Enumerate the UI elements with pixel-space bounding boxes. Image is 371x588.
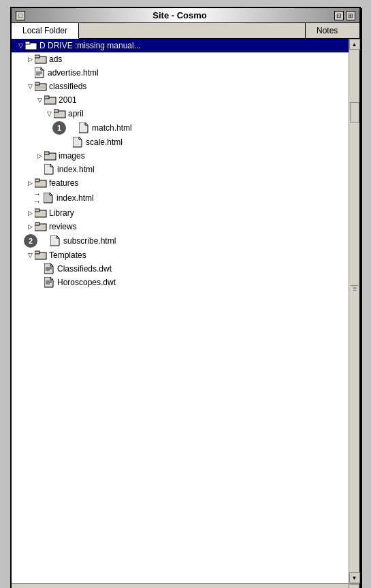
folder-open-icon — [35, 81, 47, 92]
folder-icon — [35, 178, 47, 189]
tree-row[interactable]: images — [12, 149, 349, 163]
scroll-down-button[interactable]: ▼ — [349, 572, 360, 583]
svg-rect-25 — [35, 209, 39, 212]
tree-row[interactable]: Horoscopes.dwt — [12, 276, 349, 289]
folder-icon — [25, 40, 37, 51]
item-label: Templates — [49, 250, 86, 260]
scroll-thumb[interactable] — [350, 102, 359, 122]
svg-rect-9 — [35, 82, 39, 85]
toggle-2001[interactable] — [35, 95, 44, 105]
svg-marker-28 — [50, 235, 59, 246]
item-label: Library — [49, 208, 74, 218]
scroll-up-bottom-button[interactable]: ▲ — [349, 584, 359, 588]
folder-icon — [44, 150, 57, 161]
file-template-icon — [43, 263, 55, 274]
tree-row[interactable]: advertise.html — [12, 66, 349, 80]
svg-marker-4 — [35, 67, 44, 78]
svg-rect-22 — [35, 179, 39, 182]
title-bar: □ Site - Cosmo ⊟ ⊞ — [12, 8, 359, 23]
item-label: advertise.html — [48, 68, 99, 78]
tree-row[interactable]: reviews — [12, 220, 349, 233]
folder-open-icon — [54, 108, 66, 119]
svg-rect-1 — [25, 42, 30, 44]
scroll-grip: ≡ — [353, 285, 357, 293]
tree-row[interactable]: 2 subscribe.html — [12, 233, 349, 248]
toggle-templates[interactable] — [25, 250, 35, 260]
file-icon — [43, 164, 55, 175]
item-label: reviews — [49, 222, 77, 231]
toggle-ads[interactable] — [25, 54, 35, 64]
file-template-icon — [43, 277, 55, 288]
svg-rect-30 — [35, 251, 39, 254]
svg-marker-17 — [73, 137, 82, 147]
badge-1: 1 — [52, 121, 66, 135]
item-label: ads — [49, 54, 62, 64]
tree-row[interactable]: april — [12, 107, 349, 120]
svg-rect-27 — [35, 223, 39, 225]
item-label: Classifieds.dwt — [57, 264, 112, 274]
item-label: Horoscopes.dwt — [57, 278, 116, 287]
svg-marker-31 — [44, 263, 53, 274]
folder-open-icon — [44, 95, 57, 105]
tab-notes[interactable]: Notes — [305, 23, 359, 38]
tab-local-folder[interactable]: Local Folder — [12, 23, 79, 39]
tree-row[interactable]: 1 match.html — [12, 120, 349, 135]
item-label: match.html — [92, 123, 132, 133]
folder-icon — [35, 208, 47, 218]
svg-rect-19 — [44, 152, 49, 154]
item-label: images — [59, 151, 85, 161]
main-content: D DRIVE :missing manual... ads — [12, 39, 359, 583]
minimize-button[interactable]: ⊟ — [334, 11, 344, 20]
item-label: classifieds — [49, 82, 86, 91]
tree-row[interactable]: classifieds — [12, 80, 349, 93]
tree-row[interactable]: 2001 — [12, 93, 349, 107]
item-label: features — [49, 178, 78, 188]
folder-icon — [35, 54, 47, 65]
svg-marker-16 — [79, 122, 88, 133]
toggle-root[interactable] — [16, 41, 25, 50]
tab-bar: Local Folder Notes — [12, 23, 359, 39]
item-label: index.html — [57, 193, 94, 203]
svg-rect-3 — [35, 55, 39, 58]
toggle-images[interactable] — [35, 151, 44, 161]
svg-marker-23 — [44, 193, 52, 203]
toggle-features[interactable] — [25, 178, 35, 188]
scrollbar: ▲ ≡ ▼ — [349, 39, 359, 583]
item-label: D DRIVE :missing manual... — [39, 41, 141, 50]
toggle-april[interactable] — [44, 109, 54, 118]
tree-row[interactable]: D DRIVE :missing manual... — [12, 39, 349, 52]
folder-open-icon — [35, 250, 47, 261]
item-label: index.html — [57, 165, 95, 174]
tree-row[interactable]: ads — [12, 52, 349, 66]
tree-row[interactable]: features — [12, 176, 349, 190]
item-label: subscribe.html — [63, 236, 116, 246]
badge-2: 2 — [24, 234, 37, 248]
tree-row[interactable]: index.html — [12, 163, 349, 176]
bottom-scrollbar: ▲ ▼ — [12, 583, 359, 588]
window-title: Site - Cosmo — [25, 10, 334, 20]
toggle-classifieds[interactable] — [25, 82, 35, 91]
file-icon — [71, 137, 84, 148]
item-label: scale.html — [86, 137, 123, 147]
toggle-reviews[interactable] — [25, 222, 35, 231]
item-label: 2001 — [59, 95, 77, 105]
tree-row[interactable]: Templates — [12, 248, 349, 262]
scroll-track[interactable]: ≡ — [349, 50, 359, 572]
scroll-up-button[interactable]: ▲ — [349, 39, 360, 50]
file-icon — [33, 67, 46, 78]
close-button[interactable]: □ — [16, 11, 25, 20]
folder-icon — [35, 221, 47, 232]
tree-row[interactable]: → → index.html — [12, 190, 349, 206]
title-bar-right-controls: ⊟ ⊞ — [334, 11, 355, 20]
tree-row[interactable]: Classifieds.dwt — [12, 262, 349, 276]
svg-rect-13 — [44, 96, 49, 99]
tree-row[interactable]: scale.html — [12, 135, 349, 149]
file-tree: D DRIVE :missing manual... ads — [12, 39, 349, 583]
svg-marker-35 — [44, 277, 53, 287]
file-icon — [49, 235, 61, 246]
toggle-library[interactable] — [25, 208, 35, 218]
vertical-scroll-bottom: ▲ ▼ — [349, 584, 359, 588]
tree-row[interactable]: Library — [12, 206, 349, 220]
file-special-icon — [42, 193, 54, 203]
maximize-button[interactable]: ⊞ — [346, 11, 355, 20]
